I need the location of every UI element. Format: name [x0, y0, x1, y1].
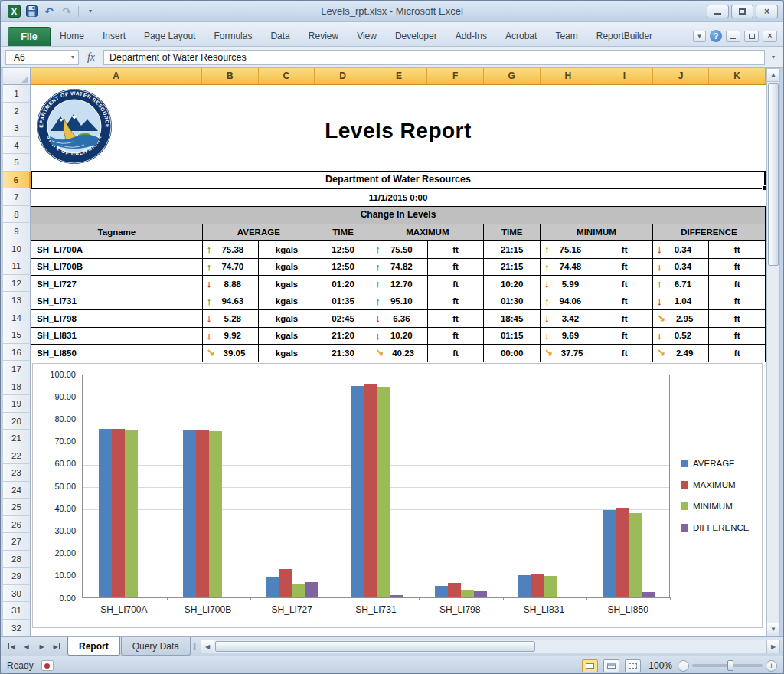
column-header-D[interactable]: D: [315, 68, 371, 85]
horizontal-scroll-track[interactable]: [214, 640, 766, 653]
maximum-value-cell[interactable]: ↑75.50: [371, 241, 428, 259]
row-header-10[interactable]: 10: [3, 240, 31, 258]
sheet-tab-report[interactable]: Report: [67, 637, 120, 656]
time-of-min-cell[interactable]: 01:15: [484, 328, 541, 345]
difference-unit-cell[interactable]: ft: [709, 293, 766, 311]
row-header-1[interactable]: 1: [3, 85, 31, 103]
table-header-maximum[interactable]: MAXIMUM: [371, 224, 484, 242]
row-header-4[interactable]: 4: [3, 137, 31, 155]
table-header-time[interactable]: TIME: [315, 224, 372, 242]
row-header-19[interactable]: 19: [3, 395, 31, 413]
name-box[interactable]: A6 ▾: [5, 50, 79, 65]
minimum-value-cell[interactable]: ↑74.48: [541, 259, 597, 276]
zoom-track[interactable]: [692, 664, 763, 667]
legend-item-average[interactable]: AVERAGE: [681, 453, 749, 474]
average-value-cell[interactable]: ↘39.05: [203, 345, 260, 362]
legend-item-difference[interactable]: DIFFERENCE: [681, 517, 749, 538]
first-sheet-icon[interactable]: ◀: [4, 640, 18, 654]
time-of-min-cell[interactable]: 10:20: [484, 276, 541, 293]
difference-unit-cell[interactable]: ft: [709, 241, 766, 259]
row-header-15[interactable]: 15: [3, 326, 31, 344]
time-of-min-cell[interactable]: 21:15: [484, 259, 541, 276]
undo-icon[interactable]: ↶: [41, 4, 57, 19]
time-of-max-cell[interactable]: 12:50: [315, 241, 372, 259]
maximum-unit-cell[interactable]: ft: [428, 276, 485, 293]
workbook-restore-button[interactable]: [744, 31, 759, 42]
row-header-9[interactable]: 9: [3, 223, 31, 240]
average-value-cell[interactable]: ↓5.28: [203, 310, 260, 328]
row-header-3[interactable]: 3: [3, 119, 31, 137]
maximum-unit-cell[interactable]: ft: [428, 345, 485, 362]
difference-value-cell[interactable]: ↓0.34: [653, 241, 710, 259]
ribbon-tab-view[interactable]: View: [348, 27, 386, 46]
maximum-value-cell[interactable]: ↓6.36: [371, 310, 428, 328]
average-value-cell[interactable]: ↑94.63: [203, 293, 260, 311]
table-header-tagname[interactable]: Tagname: [31, 224, 203, 242]
timestamp-cell[interactable]: 11/1/2015 0:00: [31, 189, 766, 206]
maximum-unit-cell[interactable]: ft: [428, 259, 485, 276]
ribbon-tab-page-layout[interactable]: Page Layout: [135, 27, 204, 46]
ribbon-tab-file[interactable]: File: [8, 27, 51, 46]
minimum-value-cell[interactable]: ↓3.42: [541, 310, 597, 328]
tab-split-handle[interactable]: ∥: [191, 637, 198, 656]
zoom-out-icon[interactable]: −: [678, 660, 689, 672]
column-header-J[interactable]: J: [653, 68, 710, 85]
help-icon[interactable]: ?: [710, 30, 722, 42]
difference-value-cell[interactable]: ↓1.04: [653, 293, 710, 311]
time-of-max-cell[interactable]: 02:45: [315, 310, 372, 328]
next-sheet-icon[interactable]: ▶: [34, 640, 49, 654]
row-header-30[interactable]: 30: [3, 585, 31, 603]
row-header-18[interactable]: 18: [3, 378, 31, 396]
row-header-24[interactable]: 24: [3, 482, 31, 499]
table-header-minimum[interactable]: MINIMUM: [541, 224, 653, 242]
difference-value-cell[interactable]: ↘2.95: [653, 310, 710, 328]
column-header-K[interactable]: K: [709, 68, 766, 85]
row-header-14[interactable]: 14: [3, 309, 31, 327]
maximum-value-cell[interactable]: ↑12.70: [371, 276, 428, 293]
time-of-max-cell[interactable]: 12:50: [315, 259, 372, 276]
average-unit-cell[interactable]: kgals: [259, 345, 315, 362]
minimize-button[interactable]: [707, 5, 729, 18]
row-header-8[interactable]: 8: [3, 206, 31, 224]
column-header-G[interactable]: G: [484, 68, 541, 85]
row-header-31[interactable]: 31: [3, 602, 31, 620]
average-unit-cell[interactable]: kgals: [259, 328, 315, 345]
average-value-cell[interactable]: ↓9.92: [203, 328, 260, 345]
maximum-value-cell[interactable]: ↑95.10: [371, 293, 428, 311]
zoom-level[interactable]: 100%: [646, 660, 672, 671]
scroll-left-icon[interactable]: ◀: [201, 640, 214, 653]
row-header-20[interactable]: 20: [3, 413, 31, 430]
column-header-F[interactable]: F: [427, 68, 484, 85]
column-header-E[interactable]: E: [371, 68, 428, 85]
scroll-up-icon[interactable]: ▲: [767, 69, 779, 82]
row-header-21[interactable]: 21: [3, 430, 31, 447]
difference-unit-cell[interactable]: ft: [709, 328, 766, 345]
minimum-value-cell[interactable]: ↑75.16: [541, 241, 597, 259]
horizontal-scrollbar[interactable]: ◀ ▶: [201, 640, 780, 653]
scroll-down-icon[interactable]: ▼: [767, 623, 779, 636]
difference-value-cell[interactable]: ↓0.34: [653, 259, 710, 276]
last-sheet-icon[interactable]: ▶: [50, 640, 64, 654]
row-header-25[interactable]: 25: [3, 499, 31, 516]
row-header-12[interactable]: 12: [3, 275, 31, 293]
row-header-22[interactable]: 22: [3, 447, 31, 465]
row-header-5[interactable]: 5: [3, 154, 31, 172]
average-unit-cell[interactable]: kgals: [259, 276, 315, 293]
column-header-H[interactable]: H: [541, 68, 597, 85]
average-value-cell[interactable]: ↑75.38: [203, 241, 260, 259]
scroll-right-icon[interactable]: ▶: [766, 640, 779, 653]
average-unit-cell[interactable]: kgals: [259, 293, 315, 311]
ribbon-tab-insert[interactable]: Insert: [93, 27, 135, 46]
difference-value-cell[interactable]: ↓0.52: [653, 328, 710, 345]
org-name-cell[interactable]: Department of Water Resources: [31, 171, 766, 189]
tagname-cell[interactable]: SH_LI831: [31, 328, 203, 345]
time-of-max-cell[interactable]: 01:35: [315, 293, 372, 311]
column-header-A[interactable]: A: [31, 68, 202, 85]
average-unit-cell[interactable]: kgals: [259, 259, 315, 276]
close-button[interactable]: ×: [756, 5, 778, 18]
macro-record-icon[interactable]: [41, 660, 54, 671]
time-of-min-cell[interactable]: 21:15: [484, 241, 541, 259]
minimum-unit-cell[interactable]: ft: [596, 345, 653, 362]
difference-unit-cell[interactable]: ft: [709, 310, 766, 328]
maximum-unit-cell[interactable]: ft: [428, 310, 485, 328]
